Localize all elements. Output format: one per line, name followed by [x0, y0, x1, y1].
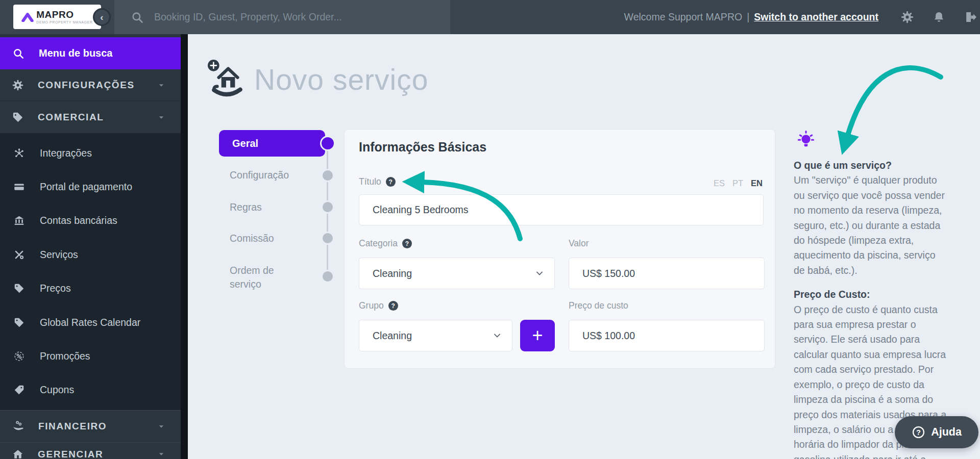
sidebar-item-integracoes[interactable]: Integrações — [0, 147, 181, 159]
section-label: GERENCIAR — [38, 449, 103, 459]
lang-tab-pt[interactable]: PT — [732, 178, 743, 188]
step-dot — [321, 200, 334, 214]
page-title: Novo serviço — [254, 63, 428, 96]
search-icon — [12, 47, 24, 60]
top-bar: MAPRO DEMO PROPERTY MANAGER ‹ Welcome Su… — [0, 0, 980, 34]
app-logo[interactable]: MAPRO DEMO PROPERTY MANAGER — [13, 5, 101, 29]
sidebar-item-label: Portal de pagamento — [40, 181, 132, 193]
bank-icon — [14, 215, 24, 226]
step-dot-geral-active — [320, 136, 335, 151]
price-tag-icon — [12, 112, 23, 123]
sidebar-item-menu-de-busca[interactable]: Menu de busca — [0, 37, 181, 69]
sidebar-item-portal-de-pagamento[interactable]: Portal de pagamento — [0, 181, 181, 193]
svg-text:?: ? — [916, 428, 921, 437]
section-label: COMERCIAL — [38, 112, 104, 123]
help-question-body: Um "serviço" é qualquer produto ou servi… — [794, 173, 962, 278]
welcome-text: Welcome Support MAPRO — [624, 11, 743, 23]
section-label: CONFIGURAÇÕES — [38, 80, 135, 91]
card-heading: Informações Básicas — [359, 140, 486, 155]
step-dot — [321, 169, 334, 182]
sidebar-item-label: Menu de busca — [39, 47, 112, 59]
step-dot — [321, 270, 334, 283]
categoria-label: Categoria ? — [359, 238, 412, 249]
titulo-input[interactable] — [359, 194, 764, 225]
step-label: Geral — [232, 138, 258, 149]
sidebar-item-label: Serviços — [40, 249, 78, 261]
question-circle-icon: ? — [912, 425, 925, 439]
sidebar-item-servicos[interactable]: Serviços — [0, 249, 181, 261]
credit-card-icon — [14, 182, 24, 192]
logo-tagline: DEMO PROPERTY MANAGER — [36, 20, 92, 24]
sidebar-item-label: Preços — [40, 283, 71, 294]
global-search-input[interactable] — [153, 11, 450, 23]
categoria-select[interactable]: Cleaning — [359, 258, 555, 289]
main-content: Novo serviço Geral Configuração Regras C… — [188, 34, 980, 459]
topbar-right: Welcome Support MAPRO | Switch to anothe… — [624, 0, 977, 34]
chevron-down-icon — [534, 268, 545, 279]
sidebar-item-contas-bancarias[interactable]: Contas bancárias — [0, 215, 181, 226]
step-tab-regras[interactable]: Regras — [230, 200, 262, 214]
sidebar-item-global-rates-calendar[interactable]: Global Rates Calendar — [0, 317, 181, 328]
switch-account-link[interactable]: Switch to another account — [754, 11, 878, 23]
sidebar-section-financeiro[interactable]: FINANCEIRO — [0, 410, 181, 442]
global-search — [114, 0, 450, 34]
sidebar-item-label: Cupons — [40, 384, 74, 396]
preco-de-custo-input[interactable] — [569, 320, 765, 351]
logout-icon[interactable] — [964, 11, 977, 23]
collapse-chevron-icon: ‹ — [100, 12, 103, 22]
chevron-down-icon — [156, 421, 166, 431]
app-window: MAPRO DEMO PROPERTY MANAGER ‹ Welcome Su… — [0, 0, 980, 459]
titulo-label: Título ? — [359, 176, 396, 187]
chevron-down-icon — [156, 112, 166, 122]
valor-label: Valor — [569, 238, 589, 249]
sidebar-item-precos[interactable]: Preços — [0, 283, 181, 294]
hand-coins-icon — [12, 420, 24, 432]
help-question-title: O que é um serviço? — [794, 158, 962, 173]
chevron-down-icon — [156, 80, 166, 90]
sidebar-section-gerenciar[interactable]: GERENCIAR — [0, 442, 181, 459]
settings-gear-icon[interactable] — [901, 11, 914, 23]
price-tag-icon — [14, 283, 24, 294]
search-icon — [131, 11, 144, 24]
sidebar-item-label: Promoções — [40, 350, 90, 362]
welcome-separator: | — [747, 11, 749, 23]
preco-de-custo-label: Preço de custo — [569, 300, 628, 311]
logo-caret-icon — [21, 12, 34, 22]
lang-tab-en[interactable]: EN — [751, 178, 763, 188]
grupo-label: Grupo ? — [359, 300, 398, 311]
sidebar-item-promocoes[interactable]: Promoções — [0, 350, 181, 362]
step-tab-ordem-de-servico[interactable]: Ordem de serviço — [230, 264, 306, 291]
sidebar: Menu de busca CONFIGURAÇÕES COMERCIAL In… — [0, 34, 188, 459]
step-tab-comissao[interactable]: Comissão — [230, 232, 274, 245]
basic-info-card: Informações Básicas Título ? ES PT EN Ca… — [344, 129, 775, 369]
sidebar-section-comercial[interactable]: COMERCIAL — [0, 101, 181, 133]
network-icon — [14, 148, 24, 159]
chevron-down-icon — [156, 449, 166, 459]
grupo-help-icon[interactable]: ? — [388, 301, 398, 311]
logo-name: MAPRO — [36, 10, 92, 19]
help-button-label: Ajuda — [931, 426, 962, 439]
price-tag-icon — [14, 317, 24, 328]
gear-icon — [12, 80, 23, 91]
notifications-bell-icon[interactable] — [933, 11, 945, 23]
step-tab-configuracao[interactable]: Configuração — [230, 168, 289, 182]
sidebar-collapse-button[interactable]: ‹ — [93, 8, 111, 26]
help-button[interactable]: ? Ajuda — [895, 416, 978, 448]
language-tabs: ES PT EN — [714, 178, 763, 188]
categoria-help-icon[interactable]: ? — [402, 239, 412, 248]
valor-input[interactable] — [569, 258, 765, 289]
house-icon — [12, 449, 23, 459]
add-group-button[interactable]: + — [520, 320, 555, 351]
help-panel: O que é um serviço? Um "serviço" é qualq… — [794, 158, 962, 459]
lang-tab-es[interactable]: ES — [714, 178, 725, 188]
sidebar-item-label: Integrações — [40, 147, 92, 159]
sidebar-item-cupons[interactable]: Cupons — [0, 384, 181, 396]
step-tab-geral[interactable]: Geral — [219, 130, 325, 157]
titulo-help-icon[interactable]: ? — [386, 177, 396, 187]
chevron-down-icon — [492, 330, 503, 341]
step-dot — [321, 232, 334, 245]
grupo-select[interactable]: Cleaning — [359, 320, 512, 351]
sidebar-item-label: Contas bancárias — [40, 215, 117, 226]
percent-circle-icon — [14, 351, 24, 362]
sidebar-section-configuracoes[interactable]: CONFIGURAÇÕES — [0, 70, 181, 101]
